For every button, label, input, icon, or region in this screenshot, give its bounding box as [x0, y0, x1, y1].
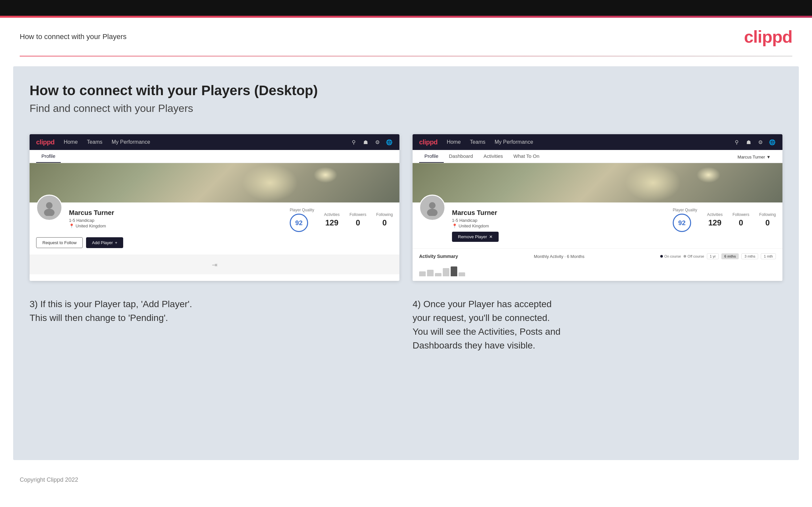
add-player-button[interactable]: Add Player + — [86, 237, 123, 248]
legend-offcourse: Off course — [683, 254, 704, 258]
avatar-container-1 — [36, 194, 62, 221]
avatar-1 — [36, 194, 62, 221]
step-3-text: 3) If this is your Player tap, 'Add Play… — [30, 297, 399, 325]
tab-activities-2[interactable]: Activities — [478, 150, 508, 163]
screenshots-row: clippd Home Teams My Performance ⚲ ☗ ⚙ 🌐… — [30, 134, 782, 281]
footer: Copyright Clippd 2022 — [0, 470, 812, 490]
player-handicap-1: 1-5 Handicap — [69, 218, 283, 223]
player-dropdown[interactable]: Marcus Turner ▼ — [732, 151, 776, 163]
search-icon-1[interactable]: ⚲ — [350, 138, 357, 146]
period-3mths[interactable]: 3 mths — [742, 253, 758, 259]
top-bar — [0, 0, 812, 16]
close-icon: ✕ — [489, 234, 493, 239]
tab-profile-2[interactable]: Profile — [419, 150, 444, 163]
legend-oncourse: On course — [660, 254, 681, 258]
user-icon-2[interactable]: ☗ — [745, 138, 752, 146]
period-1mth[interactable]: 1 mth — [761, 253, 776, 259]
activity-title: Activity Summary — [419, 253, 458, 259]
svg-point-2 — [429, 202, 436, 209]
bar-6 — [459, 272, 465, 276]
scroll-indicator-1: ⇥ — [30, 255, 399, 274]
stats-row-1: Player Quality 92 Activities 129 Followe… — [290, 208, 393, 232]
app-logo-1: clippd — [36, 138, 55, 146]
svg-point-1 — [44, 209, 55, 216]
avatar-container-2 — [419, 194, 445, 221]
step-4-container: 4) Once your Player has accepted your re… — [413, 297, 782, 352]
nav-myperformance-1[interactable]: My Performance — [112, 139, 150, 145]
user-icon-1[interactable]: ☗ — [362, 138, 369, 146]
profile-details-2: Marcus Turner 1-5 Handicap 📍 United King… — [452, 208, 666, 242]
location-icon-1: 📍 — [69, 223, 74, 228]
activity-controls: On course Off course 1 yr 6 mths 3 mths … — [660, 253, 776, 259]
stat-quality-1: Player Quality 92 — [290, 208, 314, 232]
followers-label-1: Followers — [350, 212, 366, 217]
profile-banner-2 — [413, 163, 782, 203]
nav-teams-1[interactable]: Teams — [87, 139, 102, 145]
tab-whattoworkon-2[interactable]: What To On — [508, 150, 545, 163]
legend-dot-oncourse — [660, 255, 663, 258]
stat-following-1: Following 0 — [376, 212, 393, 227]
tab-profile-1[interactable]: Profile — [36, 150, 61, 163]
profile-info-1: Marcus Turner 1-5 Handicap 📍 United King… — [30, 203, 399, 255]
quality-circle-1: 92 — [290, 214, 308, 232]
activity-summary: Activity Summary Monthly Activity · 6 Mo… — [413, 248, 782, 281]
nav-teams-2[interactable]: Teams — [470, 139, 486, 145]
bar-2 — [427, 270, 434, 276]
plus-icon: + — [115, 240, 117, 245]
globe-icon-1[interactable]: 🌐 — [386, 138, 393, 146]
stat-activities-1: Activities 129 — [324, 212, 340, 227]
clippd-logo: clippd — [744, 27, 792, 47]
settings-icon-2[interactable]: ⚙ — [757, 138, 764, 146]
screenshot-1: clippd Home Teams My Performance ⚲ ☗ ⚙ 🌐… — [30, 134, 399, 281]
content-heading: How to connect with your Players (Deskto… — [30, 83, 782, 99]
bar-3 — [435, 273, 442, 276]
stat-followers-1: Followers 0 — [350, 212, 366, 227]
following-label-2: Following — [759, 212, 776, 217]
location-icon-2: 📍 — [452, 223, 457, 228]
stat-quality-2: Player Quality 92 — [673, 208, 697, 232]
search-icon-2[interactable]: ⚲ — [733, 138, 741, 146]
quality-circle-2: 92 — [673, 214, 691, 232]
profile-row-2: Marcus Turner 1-5 Handicap 📍 United King… — [419, 208, 776, 242]
page-header: How to connect with your Players clippd — [0, 18, 812, 56]
page-title: How to connect with your Players — [20, 33, 126, 41]
period-1yr[interactable]: 1 yr — [707, 253, 719, 259]
nav-home-1[interactable]: Home — [64, 139, 78, 145]
following-value-2: 0 — [759, 218, 776, 227]
quality-value-2: 92 — [678, 219, 686, 227]
settings-icon-1[interactable]: ⚙ — [374, 138, 381, 146]
player-name-1: Marcus Turner — [69, 209, 283, 217]
steps-row: 3) If this is your Player tap, 'Add Play… — [30, 297, 782, 352]
quality-value-1: 92 — [295, 219, 303, 227]
action-buttons-1: Request to Follow Add Player + — [36, 237, 393, 248]
player-location-1: 📍 United Kingdom — [69, 223, 283, 228]
scroll-icon-1: ⇥ — [212, 261, 217, 269]
step-3-container: 3) If this is your Player tap, 'Add Play… — [30, 297, 399, 352]
globe-icon-2[interactable]: 🌐 — [769, 138, 776, 146]
stats-row-2: Player Quality 92 Activities 129 Followe… — [673, 208, 776, 232]
following-value-1: 0 — [376, 218, 393, 227]
app-tabs-1: Profile — [30, 150, 399, 163]
activities-value-2: 129 — [707, 218, 723, 227]
copyright-text: Copyright Clippd 2022 — [20, 476, 78, 483]
avatar-icon-2 — [424, 200, 441, 216]
golf-texture-1 — [30, 163, 399, 203]
stat-activities-2: Activities 129 — [707, 212, 723, 227]
player-location-2: 📍 United Kingdom — [452, 223, 666, 228]
activity-header: Activity Summary Monthly Activity · 6 Mo… — [419, 253, 776, 259]
activities-value-1: 129 — [324, 218, 340, 227]
followers-value-1: 0 — [350, 218, 366, 227]
period-6mths[interactable]: 6 mths — [721, 253, 739, 259]
request-follow-button[interactable]: Request to Follow — [36, 237, 83, 248]
tab-dashboard-2[interactable]: Dashboard — [444, 150, 478, 163]
quality-label-1: Player Quality — [290, 208, 314, 212]
dropdown-chevron-icon: ▼ — [766, 155, 771, 160]
remove-player-button[interactable]: Remove Player ✕ — [452, 232, 499, 242]
nav-myperformance-2[interactable]: My Performance — [495, 139, 533, 145]
activities-label-1: Activities — [324, 212, 340, 217]
bar-4 — [443, 268, 449, 276]
main-content: How to connect with your Players (Deskto… — [13, 66, 799, 460]
nav-home-2[interactable]: Home — [447, 139, 461, 145]
chart-area — [419, 263, 776, 276]
step-4-text: 4) Once your Player has accepted your re… — [413, 297, 782, 352]
